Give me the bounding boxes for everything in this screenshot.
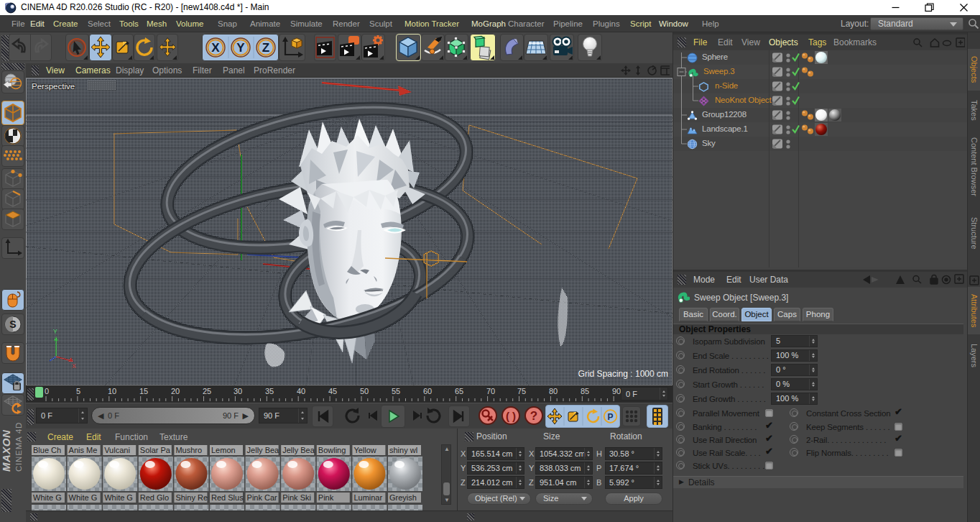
svg-text:Blue Ch: Blue Ch [33,446,61,454]
svg-text:Y: Y [236,41,245,55]
svg-text:Jelly Bea: Jelly Bea [282,446,315,454]
svg-text:5: 5 [76,387,80,395]
svg-text:55: 55 [392,387,400,395]
svg-text:90: 90 [612,387,621,395]
svg-text:25: 25 [203,387,211,395]
svg-text:CINEMA 4D: CINEMA 4D [14,422,23,472]
svg-text:X: X [211,41,220,55]
svg-text:30: 30 [234,387,242,395]
svg-text:Greyish: Greyish [389,493,417,502]
svg-text:White G: White G [104,493,133,502]
svg-text:35: 35 [265,387,274,395]
svg-text:15: 15 [139,387,148,395]
svg-text:60: 60 [423,387,432,395]
svg-text:Pink Car: Pink Car [247,493,278,502]
svg-text:Pink Ski: Pink Ski [282,493,311,502]
svg-text:65: 65 [455,387,463,395]
svg-text:Jelly Bea: Jelly Bea [247,446,280,454]
svg-text:Lemon: Lemon [211,446,236,454]
svg-text:Anis Me: Anis Me [69,446,98,454]
svg-text:Red Glo: Red Glo [140,493,169,502]
svg-text:Pink: Pink [318,493,334,502]
svg-text:20: 20 [171,387,180,395]
svg-text:Solar Pa: Solar Pa [140,446,171,454]
svg-text:80: 80 [549,387,558,395]
svg-text:Bowling: Bowling [318,446,346,454]
svg-text:85: 85 [581,387,589,395]
svg-text:0: 0 [45,387,49,395]
svg-text:Perspective: Perspective [32,82,75,91]
svg-text:White G: White G [69,493,98,502]
svg-text:Red Slus: Red Slus [211,493,244,502]
svg-text:Vulcani: Vulcani [104,446,130,454]
svg-text:10: 10 [108,387,116,395]
svg-text:X: X [72,362,76,370]
svg-text:Grid Spacing : 1000 cm: Grid Spacing : 1000 cm [578,369,668,379]
svg-text:75: 75 [517,387,526,395]
svg-text:70: 70 [486,387,495,395]
svg-text:45: 45 [328,387,337,395]
svg-text:P: P [607,412,613,422]
svg-text:White G: White G [33,493,62,502]
svg-text:Shiny Re: Shiny Re [175,493,208,502]
svg-text:Y: Y [53,328,57,335]
svg-text:40: 40 [297,387,305,395]
svg-text:Mushro: Mushro [175,446,202,454]
svg-text:Z: Z [262,41,269,55]
svg-text:MAXON: MAXON [0,429,12,472]
svg-text:shiny wl: shiny wl [389,446,417,454]
svg-text:S: S [9,319,16,330]
svg-text:Luminar: Luminar [353,493,382,502]
svg-text:Yellow: Yellow [353,446,376,454]
svg-text:50: 50 [360,387,369,395]
